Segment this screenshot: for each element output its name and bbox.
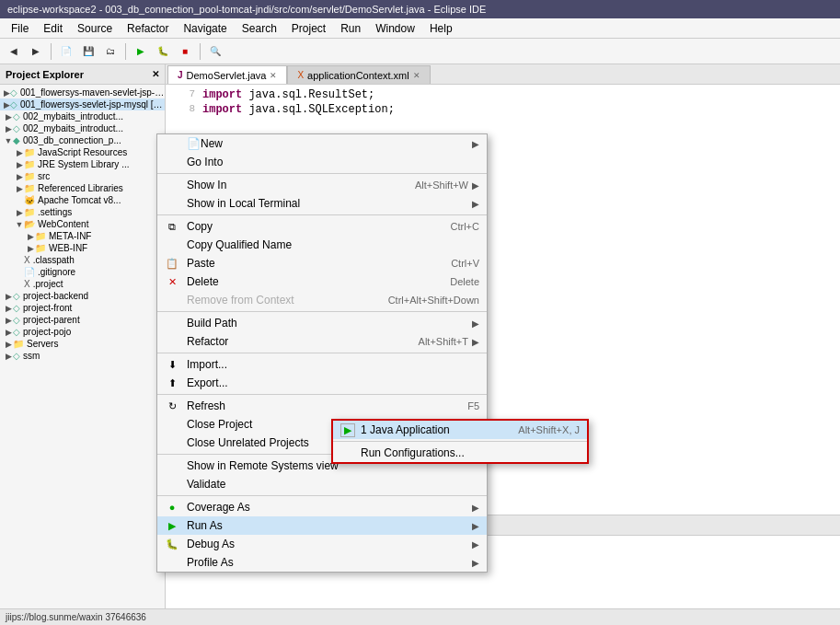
sidebar-item-backend[interactable]: ▶ ◇ project-backend xyxy=(0,290,165,302)
sidebar-item-002mybaits2[interactable]: ▶ ◇ 002_mybaits_introduct... xyxy=(0,122,165,134)
tomcat-icon: 🐱 xyxy=(24,195,35,205)
tab-close-icon[interactable]: ✕ xyxy=(413,71,420,80)
cm-refactor[interactable]: Refactor Alt+Shift+T ▶ xyxy=(157,332,487,351)
project-icon: ◇ xyxy=(10,99,17,110)
expand-icon: ▶ xyxy=(4,124,13,133)
tab-demoservlet[interactable]: J DemoServlet.java ✕ xyxy=(167,65,287,84)
toolbar-run[interactable]: ▶ xyxy=(131,41,151,62)
refresh-icon: ↻ xyxy=(165,400,179,412)
sidebar-item-jre[interactable]: ▶ 📁 JRE System Library ... xyxy=(0,158,165,170)
folder-icon: 📁 xyxy=(24,207,35,217)
cm-delete[interactable]: ✕ Delete Delete xyxy=(157,272,487,291)
project-icon: ◇ xyxy=(13,327,20,337)
expand-icon: ▶ xyxy=(4,352,13,361)
sidebar-item-001flowersys2[interactable]: ▶ ◇ 001_flowersys-sevlet-jsp-mysql [001_… xyxy=(0,98,165,110)
sidebar-item-label: project-pojo xyxy=(23,327,71,337)
sidebar-item-gitignore[interactable]: 📄 .gitignore xyxy=(0,266,165,278)
toolbar-saveall[interactable]: 🗂 xyxy=(100,41,121,62)
toolbar-forward[interactable]: ▶ xyxy=(26,41,46,62)
sidebar-item-ssm[interactable]: ▶ ◇ ssm xyxy=(0,350,165,362)
toolbar-stop[interactable]: ■ xyxy=(175,41,195,62)
tab-label: applicationContext.xml xyxy=(307,70,409,81)
toolbar-save[interactable]: 💾 xyxy=(78,41,98,62)
menu-project[interactable]: Project xyxy=(284,20,333,37)
sidebar-item-003db[interactable]: ▼ ◆ 003_db_connection_p... xyxy=(0,134,165,146)
cm-paste[interactable]: 📋 Paste Ctrl+V xyxy=(157,254,487,272)
cm-copyqual[interactable]: Copy Qualified Name xyxy=(157,236,487,254)
menu-window[interactable]: Window xyxy=(368,20,422,37)
sm-runconfigs[interactable]: Run Configurations... xyxy=(333,444,587,462)
sidebar-item-classpath[interactable]: X .classpath xyxy=(0,254,165,266)
menu-bar: File Edit Source Refactor Navigate Searc… xyxy=(0,18,840,39)
folder-open-icon: 📂 xyxy=(24,219,35,229)
sidebar-item-jsresources[interactable]: ▶ 📁 JavaScript Resources xyxy=(0,146,165,158)
sidebar-item-parent[interactable]: ▶ ◇ project-parent xyxy=(0,314,165,326)
project-icon: ◇ xyxy=(13,111,20,122)
tab-appcontext[interactable]: X applicationContext.xml ✕ xyxy=(287,65,430,84)
context-menu: 📄 New ▶ Go Into Show In Alt+Shift+W ▶ Sh… xyxy=(156,133,488,573)
sm-javaapp[interactable]: ▶ 1 Java Application Alt+Shift+X, J xyxy=(333,421,587,439)
menu-navigate[interactable]: Navigate xyxy=(176,20,234,37)
menu-refactor[interactable]: Refactor xyxy=(120,20,176,37)
sidebar-item-front[interactable]: ▶ ◇ project-front xyxy=(0,302,165,314)
sidebar-item-002mybaits[interactable]: ▶ ◇ 002_mybaits_introduct... xyxy=(0,110,165,122)
folder-icon: 📁 xyxy=(35,243,46,253)
sidebar-item-label: .project xyxy=(33,279,63,289)
cm-export[interactable]: ⬆ Export... xyxy=(157,374,487,392)
cm-sep-4 xyxy=(157,353,487,353)
sidebar-close-icon[interactable]: ✕ xyxy=(152,69,159,79)
toolbar-new[interactable]: 📄 xyxy=(56,41,76,62)
tab-close-icon[interactable]: ✕ xyxy=(270,71,277,80)
sidebar-item-pojo[interactable]: ▶ ◇ project-pojo xyxy=(0,326,165,338)
debugas-icon: 🐛 xyxy=(165,538,179,550)
cm-debugas[interactable]: 🐛 Debug As ▶ xyxy=(157,535,487,553)
toolbar-search[interactable]: 🔍 xyxy=(205,41,225,62)
runas-icon: ▶ xyxy=(165,520,179,532)
status-bar: jiips://blog.sunme/waxin 37646636 xyxy=(0,608,840,625)
cm-buildpath[interactable]: Build Path ▶ xyxy=(157,314,487,332)
sidebar-item-settings[interactable]: ▶ 📁 .settings xyxy=(0,206,165,218)
sidebar-item-metainf[interactable]: ▶ 📁 META-INF xyxy=(0,230,165,242)
code-line-7: 7 import java.sql.ResultSet; xyxy=(173,88,833,103)
new-icon: 📄 xyxy=(187,137,201,150)
expand-icon: ▶ xyxy=(15,208,24,217)
menu-run[interactable]: Run xyxy=(333,20,368,37)
sidebar-item-webinf[interactable]: ▶ 📁 WEB-INF xyxy=(0,242,165,254)
sidebar-item-label: WEB-INF xyxy=(49,243,87,253)
cm-profileas[interactable]: Profile As ▶ xyxy=(157,553,487,572)
sidebar-tree[interactable]: ▶ ◇ 001_flowersys-maven-sevlet-jsp-mysql… xyxy=(0,85,165,625)
toolbar-back[interactable]: ◀ xyxy=(4,41,24,62)
menu-source[interactable]: Source xyxy=(70,20,120,37)
cm-gointo[interactable]: Go Into xyxy=(157,153,487,171)
cm-sep-2 xyxy=(157,214,487,215)
menu-help[interactable]: Help xyxy=(422,20,460,37)
cm-new[interactable]: 📄 New ▶ xyxy=(157,134,487,153)
cm-coverageas[interactable]: ● Coverage As ▶ xyxy=(157,498,487,516)
sidebar-item-servers[interactable]: ▶ 📁 Servers xyxy=(0,338,165,350)
expand-icon: ▶ xyxy=(26,244,35,253)
cm-validate[interactable]: Validate xyxy=(157,475,487,493)
sidebar-item-project[interactable]: X .project xyxy=(0,278,165,290)
sidebar-item-tomcat[interactable]: 🐱 Apache Tomcat v8... xyxy=(0,194,165,206)
sidebar-item-label: 001_flowersys-maven-sevlet-jsp-mysql [00… xyxy=(20,87,165,98)
sidebar-item-src[interactable]: ▶ 📁 src xyxy=(0,170,165,182)
folder-icon: 📁 xyxy=(35,231,46,241)
sidebar-item-label: .gitignore xyxy=(38,267,75,277)
sidebar-item-reflibs[interactable]: ▶ 📁 Referenced Libraries xyxy=(0,182,165,194)
cm-import[interactable]: ⬇ Import... xyxy=(157,355,487,374)
sidebar-item-001flowersys[interactable]: ▶ ◇ 001_flowersys-maven-sevlet-jsp-mysql… xyxy=(0,87,165,98)
cm-refresh[interactable]: ↻ Refresh F5 xyxy=(157,397,487,415)
cm-runas[interactable]: ▶ Run As ▶ xyxy=(157,516,487,535)
cm-showin[interactable]: Show In Alt+Shift+W ▶ xyxy=(157,176,487,194)
cm-showlocal[interactable]: Show in Local Terminal ▶ xyxy=(157,194,487,213)
sidebar-item-webcontent[interactable]: ▼ 📂 WebContent xyxy=(0,218,165,230)
menu-file[interactable]: File xyxy=(4,20,36,37)
lib-icon: 📁 xyxy=(24,183,35,193)
cm-copy[interactable]: ⧉ Copy Ctrl+C xyxy=(157,217,487,236)
toolbar-debug[interactable]: 🐛 xyxy=(153,41,173,62)
expand-icon: ▶ xyxy=(4,88,10,98)
coverage-icon: ● xyxy=(165,502,179,513)
menu-search[interactable]: Search xyxy=(235,20,284,37)
expand-icon: ▶ xyxy=(4,304,13,313)
menu-edit[interactable]: Edit xyxy=(36,20,70,37)
